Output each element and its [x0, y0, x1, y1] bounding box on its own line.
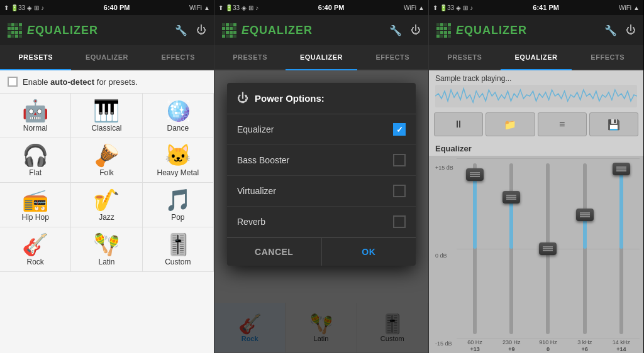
preset-pop-icon: 🎵 — [165, 189, 191, 210]
db-label-bot: -15 dB — [435, 340, 454, 347]
tab-effects-3[interactable]: EFFECTS — [572, 45, 643, 70]
dialog-option-bassbooster[interactable]: Bass Booster — [227, 145, 416, 176]
tab-presets-2[interactable]: PRESETS — [214, 45, 286, 70]
preset-latin[interactable]: 🪇 Latin — [71, 227, 142, 272]
presets-grid: 🤖 Normal 🎹 Classical 🪩 Dance 🎧 Flat 🪘 Fo… — [0, 94, 214, 272]
eq-slider-track-0[interactable] — [473, 163, 477, 334]
db-label-mid: 0 dB — [435, 253, 454, 259]
preset-hiphop-icon: 📻 — [22, 189, 48, 210]
panel-eq: ⬆ 🔋33 ◈ ⊞ ♪ 6:41 PM WiFi ▲ EQUALIZER 🔧 ⏻ — [429, 0, 643, 353]
list-button[interactable]: ≡ — [538, 112, 587, 136]
dialog-actions: Cancel OK — [227, 237, 416, 266]
eq-slider-fill-1 — [509, 197, 513, 249]
status-time-1: 6:40 PM — [104, 4, 130, 11]
dialog-option-equalizer-label: Equalizer — [237, 124, 274, 134]
pause-button[interactable]: ⏸ — [434, 112, 483, 136]
eq-slider-fill-0 — [473, 175, 477, 249]
eq-sliders — [457, 158, 640, 339]
status-left-1: ⬆ 🔋33 ◈ ⊞ ♪ — [4, 4, 44, 11]
eq-sliders-container: 60 Hz+13230 Hz+9910 Hz03 kHz+614 kHz+14 — [457, 158, 640, 353]
wifi-icon-2: WiFi — [404, 4, 416, 11]
panel-presets: ⬆ 🔋33 ◈ ⊞ ♪ 6:40 PM WiFi ▲ EQUALIZER 🔧 ⏻ — [0, 0, 214, 353]
preset-flat-label: Flat — [29, 168, 42, 177]
preset-normal[interactable]: 🤖 Normal — [0, 94, 71, 138]
power-icon-2[interactable]: ⏻ — [411, 24, 421, 36]
eq-slider-thumb-3[interactable] — [576, 209, 594, 221]
eq-section-label: Equalizer — [429, 140, 643, 156]
preset-normal-label: Normal — [23, 124, 48, 133]
tab-equalizer-2[interactable]: EQUALIZER — [286, 45, 357, 70]
power-icon-1[interactable]: ⏻ — [196, 24, 206, 36]
dialog-ok-button[interactable]: OK — [322, 238, 416, 266]
dialog-option-virtualizer[interactable]: Virtualizer — [227, 176, 416, 207]
eq-slider-track-4[interactable] — [619, 163, 623, 334]
preset-heavymetal[interactable]: 🐱 Heavy Metal — [143, 138, 214, 183]
tabs-2: PRESETS EQUALIZER EFFECTS — [214, 45, 428, 70]
preset-jazz[interactable]: 🎷 Jazz — [71, 183, 142, 227]
preset-classical-label: Classical — [91, 124, 121, 133]
wifi-icon-3: WiFi — [619, 4, 631, 11]
dialog-title: Power Options: — [255, 93, 325, 104]
wrench-icon-2[interactable]: 🔧 — [389, 24, 402, 36]
open-button[interactable]: 📁 — [486, 112, 535, 136]
preset-classical[interactable]: 🎹 Classical — [71, 94, 142, 138]
tab-effects-1[interactable]: EFFECTS — [143, 45, 214, 70]
preset-hiphop[interactable]: 📻 Hip Hop — [0, 183, 71, 227]
preset-normal-icon: 🤖 — [22, 100, 48, 121]
tab-presets-3[interactable]: PRESETS — [429, 45, 501, 70]
preset-rock[interactable]: 🎸 Rock — [0, 227, 71, 272]
header-icons-1: 🔧 ⏻ — [175, 24, 206, 36]
tab-equalizer-3[interactable]: EQUALIZER — [501, 45, 572, 70]
bassbooster-checkbox[interactable] — [393, 154, 406, 166]
wrench-icon-1[interactable]: 🔧 — [175, 24, 187, 36]
eq-freq-label-3: 3 kHz+6 — [568, 339, 601, 353]
preset-jazz-label: Jazz — [99, 213, 114, 222]
eq-freq-label-2: 910 Hz0 — [531, 339, 564, 353]
power-icon-3[interactable]: ⏻ — [626, 24, 636, 36]
eq-freq-label-4: 14 kHz+14 — [605, 339, 638, 353]
preset-custom-icon: 🎚️ — [165, 234, 191, 255]
battery-icon: 🔋33 — [11, 4, 25, 11]
preset-pop[interactable]: 🎵 Pop — [143, 183, 214, 227]
preset-dance[interactable]: 🪩 Dance — [143, 94, 214, 138]
dialog-option-reverb[interactable]: Reverb — [227, 207, 416, 237]
eq-slider-track-1[interactable] — [509, 163, 513, 334]
eq-chart-inner: +15 dB 0 dB -15 dB 60 Hz+13230 Hz+9910 — [433, 158, 640, 353]
preset-rock-label: Rock — [26, 258, 43, 266]
eq-freq-labels: 60 Hz+13230 Hz+9910 Hz03 kHz+614 kHz+14 — [457, 339, 640, 353]
status-time-2: 6:40 PM — [318, 4, 345, 11]
preset-hiphop-label: Hip Hop — [21, 213, 48, 222]
tab-equalizer-1[interactable]: EQUALIZER — [71, 45, 142, 70]
playback-controls: ⏸ 📁 ≡ 💾 — [429, 109, 643, 140]
eq-slider-thumb-0[interactable] — [466, 168, 484, 181]
preset-custom[interactable]: 🎚️ Custom — [143, 227, 214, 272]
save-button[interactable]: 💾 — [589, 112, 638, 136]
dialog-cancel-button[interactable]: Cancel — [227, 238, 322, 266]
tab-effects-2[interactable]: EFFECTS — [357, 45, 428, 70]
eq-slider-thumb-1[interactable] — [502, 191, 520, 204]
db-label-top: +15 dB — [435, 165, 454, 171]
wrench-icon-3[interactable]: 🔧 — [604, 24, 617, 36]
virtualizer-checkbox[interactable] — [393, 185, 406, 197]
app-logo-3: EQUALIZER — [436, 23, 527, 38]
dialog-option-equalizer[interactable]: Equalizer — [227, 114, 416, 145]
auto-detect-label: Enable auto-detect for presets. — [23, 77, 138, 87]
eq-chart: +15 dB 0 dB -15 dB 60 Hz+13230 Hz+9910 — [429, 156, 643, 353]
tab-presets-1[interactable]: PRESETS — [0, 45, 71, 70]
signal-icon-2: ▲ — [418, 4, 425, 11]
eq-slider-track-2[interactable] — [546, 163, 550, 334]
preset-classical-icon: 🎹 — [93, 100, 119, 121]
auto-detect-checkbox[interactable] — [8, 77, 18, 87]
eq-freq-label-1: 230 Hz+9 — [495, 339, 528, 353]
eq-slider-thumb-4[interactable] — [613, 163, 630, 175]
music-icon-3: ♪ — [470, 4, 473, 11]
preset-flat[interactable]: 🎧 Flat — [0, 138, 71, 183]
equalizer-checkbox[interactable] — [393, 123, 406, 136]
power-options-dialog: ⏻ Power Options: Equalizer Bass Booster … — [227, 83, 416, 266]
eq-slider-thumb-2[interactable] — [539, 242, 557, 255]
battery-icon-2: 🔋33 — [225, 4, 240, 11]
status-bar-1: ⬆ 🔋33 ◈ ⊞ ♪ 6:40 PM WiFi ▲ — [0, 0, 214, 15]
eq-slider-track-3[interactable] — [583, 163, 587, 334]
reverb-checkbox[interactable] — [393, 215, 406, 228]
preset-folk[interactable]: 🪘 Folk — [71, 138, 142, 183]
